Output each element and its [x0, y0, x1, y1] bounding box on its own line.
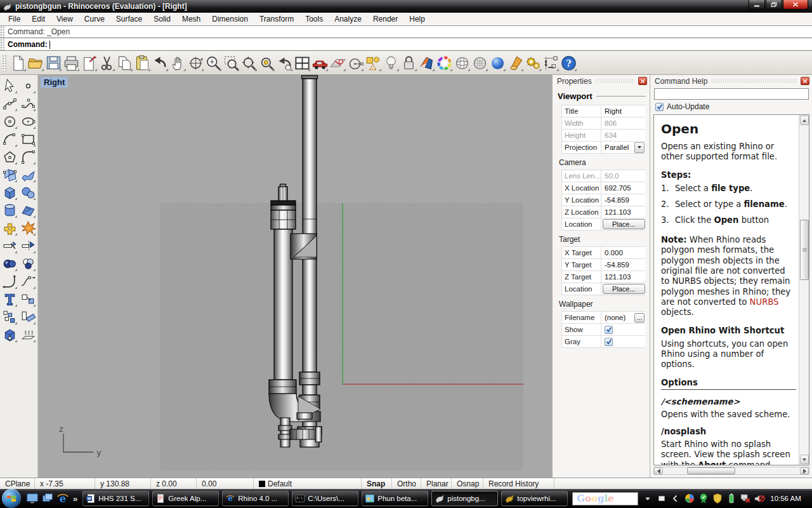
dimension-icon[interactable]: [542, 55, 560, 72]
sphere-icon[interactable]: [20, 185, 36, 201]
menu-curve[interactable]: Curve: [79, 13, 110, 25]
zoom-dynamic-icon[interactable]: [205, 55, 222, 72]
network-disconnected-icon[interactable]: [740, 493, 751, 504]
fillet-curves-icon[interactable]: [2, 274, 18, 290]
boolean-union-icon[interactable]: [2, 256, 18, 272]
property-value[interactable]: 121.103: [601, 273, 645, 281]
menu-render[interactable]: Render: [367, 13, 403, 25]
drag-grip[interactable]: [0, 26, 4, 37]
planar-toggle[interactable]: Planar: [421, 478, 452, 489]
location-place-button[interactable]: Place...: [603, 284, 645, 294]
explode-icon[interactable]: [20, 220, 36, 236]
switch-windows-icon[interactable]: [41, 491, 55, 505]
paste-icon[interactable]: [134, 55, 151, 72]
spotlight-icon[interactable]: [507, 55, 524, 72]
export-icon[interactable]: [81, 55, 98, 72]
small-window-icon[interactable]: [656, 493, 667, 504]
copy-icon[interactable]: [116, 55, 133, 72]
taskbar-task-topviewrhi[interactable]: topviewrhi...: [501, 491, 568, 506]
arc-icon[interactable]: [2, 131, 18, 147]
property-value[interactable]: -54.859: [601, 196, 645, 204]
gray-checkbox[interactable]: [605, 338, 613, 346]
rotate-view-icon[interactable]: [187, 55, 204, 72]
cylinder-icon[interactable]: [2, 203, 18, 218]
taskbar-task-c-users[interactable]: C:\C:\Users\...: [292, 491, 358, 506]
ortho-toggle[interactable]: Ortho: [392, 478, 421, 489]
polygon-icon[interactable]: [2, 149, 18, 165]
location-place-button[interactable]: Place...: [603, 219, 645, 229]
boolean-2d-icon[interactable]: [20, 256, 36, 272]
award-badge-icon[interactable]: [698, 493, 709, 504]
save-file-icon[interactable]: [45, 55, 62, 72]
lock-icon[interactable]: [400, 55, 417, 72]
move-copy-icon[interactable]: [20, 291, 36, 307]
surface-curved-icon[interactable]: [20, 167, 36, 183]
panel-drag-grip[interactable]: [711, 79, 797, 83]
help-vertical-scrollbar[interactable]: [799, 115, 809, 465]
help-search-input[interactable]: [654, 88, 809, 100]
menu-analyze[interactable]: Analyze: [329, 13, 367, 25]
split-icon[interactable]: [20, 238, 36, 254]
rectangle-icon[interactable]: [20, 131, 36, 147]
cplane-icon[interactable]: [329, 55, 346, 72]
text-icon[interactable]: [2, 291, 18, 307]
command-history[interactable]: Command: _Open: [0, 26, 812, 38]
new-file-icon[interactable]: [10, 55, 27, 72]
properties-close-icon[interactable]: [638, 77, 647, 85]
show-checkbox[interactable]: [605, 326, 613, 334]
zoom-selected-icon[interactable]: [258, 55, 275, 72]
options-gears-icon[interactable]: [525, 55, 542, 72]
right-viewport[interactable]: z y Right: [38, 75, 552, 478]
taskbar-task-greek-alp[interactable]: Greek Alp...: [152, 491, 219, 506]
undo-icon[interactable]: [152, 55, 169, 72]
menu-dimension[interactable]: Dimension: [206, 13, 254, 25]
osnap-toggle[interactable]: Osnap: [452, 478, 483, 489]
menu-edit[interactable]: Edit: [26, 13, 51, 25]
menu-surface[interactable]: Surface: [110, 13, 148, 25]
rendered-view-icon[interactable]: [489, 55, 506, 72]
internet-explorer-icon[interactable]: e: [56, 491, 70, 505]
battery-icon[interactable]: [726, 493, 737, 504]
menu-transform[interactable]: Transform: [254, 13, 299, 25]
menu-view[interactable]: View: [51, 13, 79, 25]
collapse-chevron-icon[interactable]: [670, 493, 681, 504]
red-car-icon[interactable]: [311, 55, 329, 72]
start-button[interactable]: [2, 489, 21, 508]
close-button[interactable]: [783, 0, 808, 10]
taskbar-task-hhs-231-s[interactable]: WHHS 231 S...: [82, 491, 149, 506]
menu-help[interactable]: Help: [403, 13, 431, 25]
scrollbar-thumb[interactable]: [800, 220, 809, 280]
array-icon[interactable]: [20, 327, 36, 343]
circle-icon[interactable]: [2, 114, 18, 130]
solid-union-icon[interactable]: [2, 327, 18, 343]
lamp-icon[interactable]: [383, 55, 400, 72]
wireframe-view-icon[interactable]: [454, 55, 471, 72]
scroll-down-icon[interactable]: [800, 455, 809, 464]
drag-grip[interactable]: [0, 39, 4, 50]
four-viewports-icon[interactable]: [294, 55, 311, 72]
ghosted-view-icon[interactable]: [471, 55, 488, 72]
blend-curves-icon[interactable]: [20, 274, 36, 290]
box-icon[interactable]: [2, 185, 18, 201]
layer-pane[interactable]: Default: [254, 478, 362, 489]
menu-file[interactable]: File: [3, 13, 26, 25]
command-input[interactable]: Command:: [0, 39, 812, 51]
viewport-title-label[interactable]: Right: [41, 77, 68, 88]
record-history-toggle[interactable]: Record History: [483, 478, 554, 489]
nurbs-link[interactable]: NURBS: [750, 297, 779, 307]
minimize-button[interactable]: [749, 0, 765, 10]
single-point-icon[interactable]: [20, 78, 36, 94]
fillet-corner-icon[interactable]: [20, 149, 36, 165]
drag-grip[interactable]: [2, 55, 6, 71]
menu-solid[interactable]: Solid: [148, 13, 176, 25]
scroll-right-icon[interactable]: [800, 467, 809, 474]
taskbar-task-pistongbg[interactable]: pistongbg...: [431, 491, 498, 506]
trim-icon[interactable]: [2, 238, 18, 254]
scroll-up-icon[interactable]: [800, 116, 809, 125]
ellipse-icon[interactable]: [20, 114, 36, 130]
print-icon[interactable]: [63, 55, 80, 72]
blocks-icon[interactable]: [2, 309, 18, 325]
pan-icon[interactable]: [169, 55, 187, 72]
property-value[interactable]: 0.000: [601, 249, 645, 257]
circle-diameter-icon[interactable]: [347, 55, 364, 72]
